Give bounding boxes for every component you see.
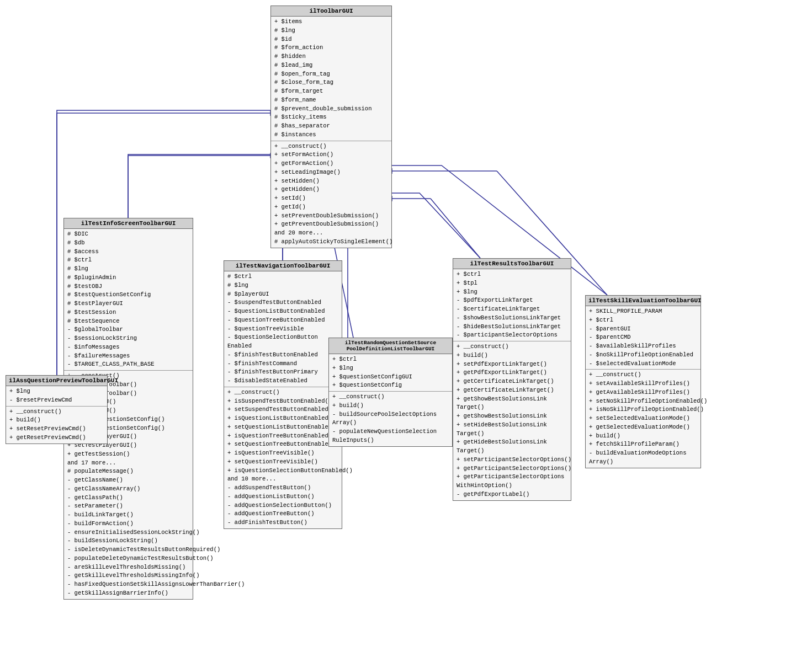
box-ass-question: ilAssQuestionPreviewToolbarGUI + $lng - … [6,375,108,444]
box-random-question-methods: + __construct() + build() - buildSourceP… [329,392,452,446]
box-info-screen-title: ilTestInfoScreenToolbarGUI [64,218,193,229]
box-results-fields: + $ctrl + $tpl + $lng - $pdfExportLinkTa… [453,269,571,341]
box-info-screen-fields: # $DIC # $db # $access # $ctrl # $lng # … [64,229,193,371]
box-ass-question-fields: + $lng - $resetPreviewCmd [6,386,107,407]
box-ass-question-title: ilAssQuestionPreviewToolbarGUI [6,376,107,386]
box-results-methods: + __construct() + build() + setPdfExport… [453,341,571,500]
box-ass-question-methods: + __construct() + build() + setResetPrev… [6,407,107,443]
box-random-question: ilTestRandomQuestionSetSourcePoolDefinit… [328,338,453,447]
box-navigation-fields: # $ctrl # $lng # $playerGUI - $suspendTe… [224,271,342,387]
svg-line-11 [431,199,480,258]
box-random-question-fields: + $ctrl + $lng + $questionSetConfigGUI +… [329,354,452,392]
box-navigation: ilTestNavigationToolbarGUI # $ctrl # $ln… [224,260,342,529]
box-toolbar-gui-fields: + $items # $lng # $id # $form_action # $… [271,17,391,141]
box-results: ilTestResultsToolbarGUI + $ctrl + $tpl +… [453,258,571,501]
box-toolbar-gui-methods: + __construct() + setFormAction() + getF… [271,141,391,248]
box-skill-eval-methods: + __construct() + setAvailableSkillProfi… [586,370,700,467]
box-skill-eval-title: ilTestSkillEvaluationToolbarGUI [586,296,700,306]
diagram-container: ilToolbarGUI + $items # $lng # $id # $fo… [0,0,812,668]
box-toolbar-gui-title: ilToolbarGUI [271,6,391,17]
box-navigation-methods: + __construct() + isSuspendTestButtonEna… [224,387,342,528]
box-navigation-title: ilTestNavigationToolbarGUI [224,261,342,271]
box-random-question-title: ilTestRandomQuestionSetSourcePoolDefinit… [329,338,452,354]
box-results-title: ilTestResultsToolbarGUI [453,259,571,269]
box-skill-eval-fields: + SKILL_PROFILE_PARAM + $ctrl - $parentG… [586,306,700,370]
box-toolbar-gui: ilToolbarGUI + $items # $lng # $id # $fo… [270,6,392,248]
box-skill-eval: ilTestSkillEvaluationToolbarGUI + SKILL_… [585,295,701,468]
